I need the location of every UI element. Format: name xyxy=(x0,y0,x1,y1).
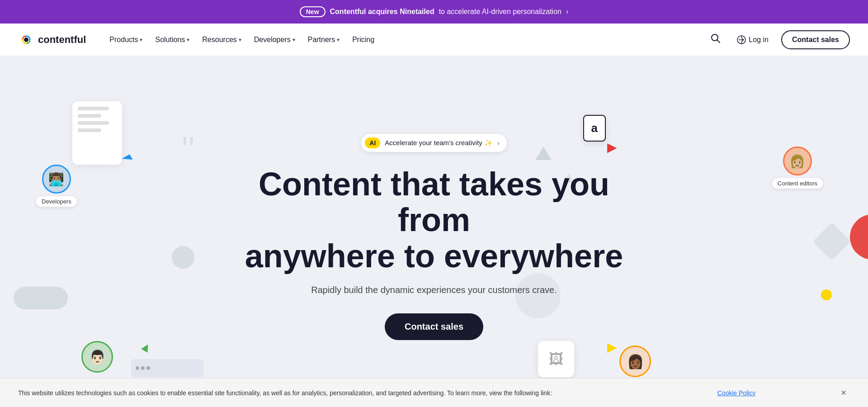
browser-dot xyxy=(141,366,145,370)
chevron-down-icon: ▾ xyxy=(187,37,189,43)
banner-regular-text: to accelerate AI-driven personalization xyxy=(439,8,561,16)
new-badge: New xyxy=(300,6,326,17)
deco-line xyxy=(78,128,101,132)
nav-products[interactable]: Products ▾ xyxy=(104,32,148,47)
chevron-down-icon: ▾ xyxy=(140,37,142,43)
hero-section: 👨🏽‍💻 Developers " a ▶ 👩🏼 Content editors… xyxy=(0,56,868,400)
nav-links: Products ▾ Solutions ▾ Resources ▾ Devel… xyxy=(104,32,707,47)
main-nav: contentful Products ▾ Solutions ▾ Resour… xyxy=(0,24,868,56)
deco-line xyxy=(78,121,109,125)
nav-pricing[interactable]: Pricing xyxy=(347,32,380,47)
chevron-down-icon: ▾ xyxy=(337,37,340,43)
deco-content-card xyxy=(72,101,122,165)
hero-heading-line1: Content that takes you from xyxy=(259,166,609,238)
nav-resources[interactable]: Resources ▾ xyxy=(197,32,246,47)
nav-developers[interactable]: Developers ▾ xyxy=(249,32,301,47)
search-icon xyxy=(711,33,721,43)
deco-red-semicircle xyxy=(850,214,868,260)
green-avatar: 👨🏻 xyxy=(81,341,113,373)
deco-yellow-arrow-icon: ▶ xyxy=(607,340,617,355)
developer-bubble: 👨🏽‍💻 Developers xyxy=(36,165,77,207)
banner-arrow-icon: › xyxy=(566,8,568,16)
login-button[interactable]: Log in xyxy=(731,32,774,48)
deco-bottom-avatar-green: 👨🏻 xyxy=(81,341,113,373)
deco-blue-arrow-icon xyxy=(122,154,136,170)
contact-sales-nav-button[interactable]: Contact sales xyxy=(781,30,850,49)
deco-pill-shape xyxy=(14,287,68,309)
chevron-down-icon: ▾ xyxy=(239,37,241,43)
logo-text: contentful xyxy=(38,34,86,46)
ai-pill-text: Accelerate your team's creativity ✨ xyxy=(385,139,493,147)
deco-bottom-orange-avatar: 👩🏾 xyxy=(619,345,651,377)
deco-yellow-dot xyxy=(821,289,832,300)
deco-circle-small xyxy=(172,246,194,269)
deco-line xyxy=(78,107,109,110)
cookie-text: This website utilizes technologies such … xyxy=(18,389,552,397)
ai-pill-arrow-icon: › xyxy=(497,139,500,147)
content-editor-avatar: 👩🏼 xyxy=(783,147,812,175)
content-editor-label: Content editors xyxy=(772,178,823,189)
deco-green-arrow-icon: ▲ xyxy=(137,338,156,357)
ai-badge: AI xyxy=(365,137,380,148)
cookie-close-button[interactable]: × xyxy=(837,386,850,400)
svg-line-3 xyxy=(717,40,720,43)
announcement-banner[interactable]: New Contentful acquires Ninetailed to ac… xyxy=(0,0,868,24)
logo-link[interactable]: contentful xyxy=(18,32,86,48)
deco-quote-icon: " xyxy=(181,128,196,170)
deco-diamond-shape xyxy=(813,222,851,261)
deco-line xyxy=(78,114,101,118)
search-button[interactable] xyxy=(707,30,724,49)
cookie-bar: This website utilizes technologies such … xyxy=(0,378,868,400)
hero-heading: Content that takes you from anywhere to … xyxy=(231,166,637,274)
browser-dot xyxy=(136,366,139,370)
nav-right-actions: Log in Contact sales xyxy=(707,30,850,49)
developer-label: Developers xyxy=(36,196,77,207)
logo-icon xyxy=(18,32,34,48)
chevron-down-icon: ▾ xyxy=(292,37,295,43)
deco-browser-bar xyxy=(131,359,203,377)
browser-dot xyxy=(146,366,150,370)
hero-heading-line2: anywhere to everywhere xyxy=(245,238,623,274)
nav-solutions[interactable]: Solutions ▾ xyxy=(150,32,195,47)
deco-image-placeholder: 🖼 xyxy=(538,341,574,377)
banner-bold-text: Contentful acquires Ninetailed xyxy=(330,8,434,16)
svg-point-1 xyxy=(24,38,28,42)
hero-subtext: Rapidly build the dynamic experiences yo… xyxy=(231,285,637,295)
developer-avatar: 👨🏽‍💻 xyxy=(42,165,71,194)
hero-content: AI Accelerate your team's creativity ✨ ›… xyxy=(231,134,637,340)
cookie-policy-link[interactable]: Cookie Policy xyxy=(717,389,756,397)
content-editor-bubble: 👩🏼 Content editors xyxy=(772,147,823,189)
nav-partners[interactable]: Partners ▾ xyxy=(302,32,345,47)
ai-pill-link[interactable]: AI Accelerate your team's creativity ✨ › xyxy=(361,134,506,152)
login-icon xyxy=(737,35,746,44)
hero-cta-button[interactable]: Contact sales xyxy=(385,313,483,340)
